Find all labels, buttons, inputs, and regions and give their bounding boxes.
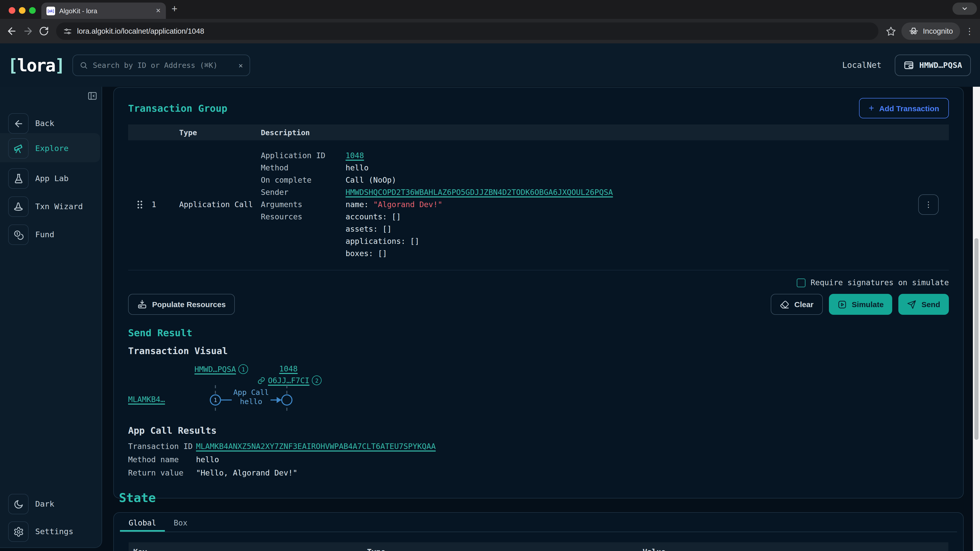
forward-icon[interactable] bbox=[22, 25, 34, 37]
tab-overflow-chevron[interactable] bbox=[953, 3, 977, 15]
clear-button[interactable]: Clear bbox=[771, 294, 823, 315]
wallet-button[interactable]: HMWD…PQSA bbox=[895, 54, 971, 76]
scrollbar-thumb[interactable] bbox=[974, 238, 978, 440]
sidebar-item-dark-mode[interactable]: Dark bbox=[8, 494, 54, 514]
transaction-visual-diagram: HMWD…PQSA 1 1048 O6JJ…F7CI 2 MLAMKB4… bbox=[128, 363, 949, 417]
sidebar-item-app-lab[interactable]: App Lab bbox=[8, 168, 68, 189]
app-body: Back Explore App Lab Txn Wizard Fund Dar bbox=[0, 87, 980, 551]
sidebar-item-label: Back bbox=[35, 119, 54, 128]
app-node[interactable] bbox=[281, 394, 293, 406]
site-settings-icon[interactable] bbox=[63, 27, 72, 35]
search-input[interactable]: Search by ID or Address (⌘K) ✕ bbox=[73, 54, 250, 76]
sidebar-item-label: App Lab bbox=[35, 174, 68, 183]
row-menu-button[interactable]: ⋮ bbox=[918, 194, 939, 215]
play-square-icon bbox=[838, 300, 847, 309]
search-icon bbox=[80, 61, 88, 69]
transaction-row[interactable]: 1 Application Call Application ID 1048 M… bbox=[128, 140, 949, 270]
transaction-description: Application ID 1048 Method hello On comp… bbox=[261, 149, 908, 260]
require-signatures-checkbox[interactable] bbox=[797, 278, 805, 287]
sidebar-item-label: Txn Wizard bbox=[35, 202, 83, 211]
resources-applications: applications: [] bbox=[345, 235, 908, 248]
search-clear-icon[interactable]: ✕ bbox=[239, 61, 243, 69]
browser-chrome: [ak] AlgoKit - lora ✕ + lora.algokit.io/… bbox=[0, 0, 980, 43]
tab-box[interactable]: Box bbox=[165, 516, 196, 532]
edge-label: App Call hello bbox=[232, 388, 270, 406]
visual-group-id[interactable]: O6JJ…F7CI 2 bbox=[257, 375, 322, 385]
tab-close-icon[interactable]: ✕ bbox=[156, 7, 161, 14]
window-zoom-button[interactable] bbox=[29, 7, 36, 14]
app-id-link[interactable]: 1048 bbox=[279, 364, 298, 373]
state-tabs: Global Box bbox=[120, 516, 957, 532]
field-label: Sender bbox=[261, 186, 345, 198]
wizard-hat-icon bbox=[13, 201, 24, 212]
logo-bracket-close: ] bbox=[55, 55, 64, 75]
simulate-button[interactable]: Simulate bbox=[829, 294, 892, 315]
field-label: Application ID bbox=[261, 149, 345, 162]
lora-logo[interactable]: [lora] bbox=[8, 55, 64, 75]
tab-favicon: [ak] bbox=[46, 6, 55, 15]
sender-node[interactable]: 1 bbox=[210, 394, 221, 406]
visual-app-id[interactable]: 1048 bbox=[279, 364, 298, 373]
field-label: Arguments bbox=[261, 198, 345, 211]
flask-icon bbox=[13, 173, 24, 184]
download-icon bbox=[137, 300, 147, 309]
back-icon[interactable] bbox=[6, 25, 18, 37]
sidebar-item-fund[interactable]: Fund bbox=[8, 224, 54, 245]
sidebar-item-explore[interactable]: Explore bbox=[8, 138, 68, 159]
resources-boxes: boxes: [] bbox=[345, 248, 908, 260]
transaction-table-header: Type Description bbox=[128, 124, 949, 140]
simulate-options: Require signatures on simulate bbox=[128, 276, 949, 289]
sidebar-item-label: Dark bbox=[35, 499, 54, 509]
sidebar-item-back[interactable]: Back bbox=[8, 113, 54, 134]
incognito-label: Incognito bbox=[923, 27, 953, 35]
bookmark-star-icon[interactable] bbox=[886, 26, 896, 37]
logo-text: lora bbox=[17, 55, 55, 75]
require-signatures-label: Require signatures on simulate bbox=[811, 278, 949, 287]
populate-resources-label: Populate Resources bbox=[152, 300, 226, 309]
window-close-button[interactable] bbox=[9, 7, 15, 14]
add-transaction-button[interactable]: + Add Transaction bbox=[859, 98, 949, 118]
tab-global[interactable]: Global bbox=[120, 516, 165, 532]
new-tab-button[interactable]: + bbox=[172, 3, 177, 15]
populate-resources-button[interactable]: Populate Resources bbox=[128, 294, 235, 315]
group-id-badge: 2 bbox=[312, 375, 322, 385]
group-id-link[interactable]: O6JJ…F7CI bbox=[268, 376, 310, 385]
application-id-link[interactable]: 1048 bbox=[345, 151, 364, 160]
browser-menu-icon[interactable]: ⋮ bbox=[965, 26, 974, 37]
send-button[interactable]: Send bbox=[899, 294, 949, 315]
incognito-badge: Incognito bbox=[901, 22, 960, 40]
transaction-id-link[interactable]: MLAMKB4ANXZ5NA2XY7ZNF3EAIROHVWPAB4A7CLT6… bbox=[196, 442, 436, 451]
arguments-value: name: "Algorand Dev!" bbox=[345, 198, 908, 211]
gear-icon bbox=[13, 526, 24, 537]
window-minimize-button[interactable] bbox=[19, 7, 25, 14]
transaction-type: Application Call bbox=[179, 200, 261, 209]
sender-address-link[interactable]: HMWDSHQCOPD2T36WBAHLAZ6PO5GDJJZBN4D2TODK… bbox=[345, 188, 613, 197]
browser-tab[interactable]: [ak] AlgoKit - lora ✕ bbox=[41, 3, 166, 19]
sidebar-collapse-icon[interactable] bbox=[87, 91, 97, 101]
app-call-results: Transaction ID MLAMKB4ANXZ5NA2XY7ZNF3EAI… bbox=[128, 440, 949, 480]
sidebar-item-settings[interactable]: Settings bbox=[8, 521, 73, 542]
visual-row-transaction[interactable]: MLAMKB4… bbox=[128, 395, 165, 404]
telescope-icon bbox=[13, 143, 24, 154]
sidebar-item-txn-wizard[interactable]: Txn Wizard bbox=[8, 197, 83, 217]
send-result-title: Send Result bbox=[128, 327, 949, 338]
field-label: Resources bbox=[261, 211, 345, 260]
visual-from-account[interactable]: HMWD…PQSA 1 bbox=[194, 364, 248, 374]
arrow-left-icon bbox=[13, 118, 24, 129]
transaction-index: 1 bbox=[151, 200, 179, 209]
network-label[interactable]: LocalNet bbox=[842, 60, 881, 70]
url-text[interactable]: lora.algokit.io/localnet/application/104… bbox=[77, 27, 204, 35]
reload-icon[interactable] bbox=[39, 26, 49, 36]
from-account-link[interactable]: HMWD…PQSA bbox=[194, 365, 236, 374]
logo-bracket-open: [ bbox=[8, 55, 17, 75]
url-bar[interactable]: lora.algokit.io/localnet/application/104… bbox=[56, 22, 878, 40]
header-right: LocalNet HMWD…PQSA bbox=[842, 54, 971, 76]
edge-label-method: hello bbox=[232, 397, 270, 406]
argument-name: name: bbox=[345, 200, 373, 209]
drag-handle-icon[interactable] bbox=[128, 200, 151, 209]
result-label: Transaction ID bbox=[128, 440, 196, 453]
transaction-id-short-link[interactable]: MLAMKB4… bbox=[128, 395, 165, 404]
page-scrollbar[interactable] bbox=[973, 87, 980, 551]
clear-label: Clear bbox=[794, 300, 814, 309]
argument-string: "Algorand Dev!" bbox=[373, 200, 442, 209]
